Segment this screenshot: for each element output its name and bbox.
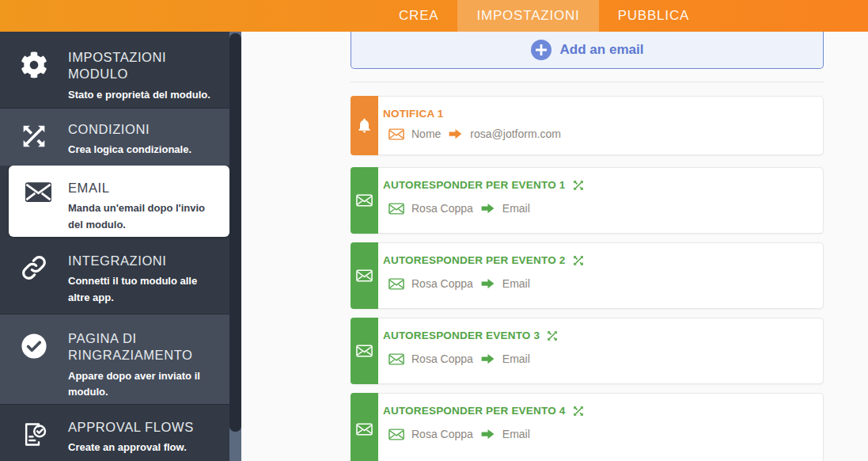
- check-circle-icon: [0, 330, 68, 360]
- add-email-label: Add an email: [560, 42, 644, 58]
- sidebar-item-label: IMPOSTAZIONI MODULO: [68, 49, 215, 83]
- envelope-outline-icon: [356, 423, 373, 436]
- arrow-right-icon: [480, 278, 495, 289]
- sidebar-item-email[interactable]: EMAIL Manda un'email dopo l'invio del mo…: [9, 166, 229, 237]
- add-email-button[interactable]: Add an email: [351, 32, 824, 69]
- arrow-right-icon: [448, 128, 463, 139]
- autoresponder-stripe: [351, 393, 378, 461]
- sidebar-item-integrazioni[interactable]: INTEGRAZIONI Connetti il tuo modulo alle…: [0, 237, 229, 314]
- sidebar-scrollbar-thumb[interactable]: [229, 33, 241, 432]
- envelope-outline-icon: [356, 345, 373, 357]
- email-settings-panel: Add an email NOTIFICA 1 Nome rosa@j: [241, 32, 868, 461]
- sidebar-item-description: Create an approval flow.: [68, 440, 215, 455]
- tab-crea[interactable]: CREA: [380, 0, 457, 32]
- conditions-badge-icon: [573, 406, 584, 417]
- email-to: Email: [502, 202, 530, 215]
- conditions-badge-icon: [573, 180, 584, 191]
- email-card-autoresponder-2[interactable]: AUTORESPONDER PER EVENTO 2 Rosa Coppa Em…: [351, 242, 824, 309]
- tab-pubblica[interactable]: PUBBLICA: [599, 0, 709, 32]
- email-from: Rosa Coppa: [411, 277, 473, 290]
- envelope-outline-icon: [389, 278, 404, 290]
- email-card-autoresponder-3[interactable]: AUTORESPONDER EVENTO 3 Rosa Coppa Email: [351, 318, 824, 384]
- email-title: AUTORESPONDER PER EVENTO 2: [383, 254, 566, 266]
- top-nav-bar: CREA IMPOSTAZIONI PUBBLICA: [0, 0, 868, 32]
- envelope-icon: [9, 180, 68, 202]
- sidebar-item-pagina-di-ringraziamento[interactable]: PAGINA DI RINGRAZIAMENTO Appare dopo ave…: [0, 314, 229, 404]
- email-card-autoresponder-1[interactable]: AUTORESPONDER PER EVENTO 1 Rosa Coppa Em…: [351, 167, 824, 234]
- sidebar-item-label: PAGINA DI RINGRAZIAMENTO: [68, 330, 215, 364]
- sidebar-item-condizioni[interactable]: CONDIZIONI Crea logica condizionale.: [0, 108, 229, 166]
- email-to: Email: [502, 277, 530, 290]
- sidebar-item-approval-flows[interactable]: APPROVAL FLOWS Create an approval flow.: [0, 404, 229, 461]
- envelope-outline-icon: [389, 353, 404, 365]
- bell-icon: [356, 117, 373, 134]
- envelope-outline-icon: [389, 429, 404, 440]
- gear-icon: [0, 49, 68, 78]
- email-from: Rosa Coppa: [411, 202, 473, 215]
- sidebar-item-description: Stato e proprietà del modulo.: [68, 87, 215, 103]
- sidebar-item-description: Manda un'email dopo l'invio del modulo.: [68, 200, 215, 232]
- sidebar-item-description: Connetti il tuo modulo alle altre app.: [68, 273, 215, 305]
- email-card-autoresponder-4[interactable]: AUTORESPONDER PER EVENTO 4 Rosa Coppa Em…: [351, 393, 824, 461]
- email-from: Rosa Coppa: [411, 428, 473, 440]
- envelope-outline-icon: [356, 194, 373, 207]
- sidebar-item-description: Appare dopo aver inviato il modulo.: [68, 368, 215, 400]
- email-title: AUTORESPONDER EVENTO 3: [383, 330, 540, 341]
- email-title: AUTORESPONDER PER EVENTO 4: [383, 405, 566, 417]
- email-to: Email: [502, 352, 530, 365]
- arrow-right-icon: [480, 429, 495, 440]
- sidebar-item-label: APPROVAL FLOWS: [68, 419, 215, 436]
- email-title: NOTIFICA 1: [383, 108, 444, 120]
- email-title: AUTORESPONDER PER EVENTO 1: [383, 179, 566, 191]
- sidebar-item-label: INTEGRAZIONI: [68, 253, 215, 269]
- conditions-badge-icon: [573, 255, 584, 266]
- sidebar-item-description: Crea logica condizionale.: [68, 142, 215, 158]
- email-from: Nome: [411, 128, 441, 140]
- sidebar-item-impostazioni-modulo[interactable]: IMPOSTAZIONI MODULO Stato e proprietà de…: [0, 32, 229, 108]
- email-to: Email: [502, 428, 530, 440]
- sidebar-item-label: CONDIZIONI: [68, 121, 215, 138]
- conditions-badge-icon: [547, 330, 558, 341]
- arrow-right-icon: [480, 203, 495, 214]
- plus-circle-icon: [531, 40, 552, 60]
- autoresponder-stripe: [351, 242, 378, 309]
- email-card-notifica-1[interactable]: NOTIFICA 1 Nome rosa@jotform.com: [351, 96, 824, 155]
- notification-stripe: [351, 96, 378, 155]
- autoresponder-stripe: [351, 167, 378, 234]
- envelope-outline-icon: [356, 269, 373, 282]
- section-divider: [351, 82, 824, 82]
- email-to: rosa@jotform.com: [470, 128, 561, 140]
- autoresponder-stripe: [351, 318, 378, 384]
- nav-tabs: CREA IMPOSTAZIONI PUBBLICA: [380, 0, 708, 32]
- conditions-icon: [0, 121, 68, 149]
- email-list: NOTIFICA 1 Nome rosa@jotform.com: [351, 96, 824, 461]
- arrow-right-icon: [480, 353, 495, 364]
- tab-impostazioni[interactable]: IMPOSTAZIONI: [457, 0, 598, 32]
- envelope-outline-icon: [389, 128, 404, 140]
- envelope-outline-icon: [389, 203, 404, 215]
- approval-icon: [0, 419, 68, 448]
- link-icon: [0, 253, 68, 280]
- sidebar-scrollbar-track[interactable]: [229, 32, 241, 461]
- settings-sidebar: IMPOSTAZIONI MODULO Stato e proprietà de…: [0, 32, 229, 461]
- sidebar-item-label: EMAIL: [68, 180, 215, 196]
- email-from: Rosa Coppa: [411, 352, 473, 365]
